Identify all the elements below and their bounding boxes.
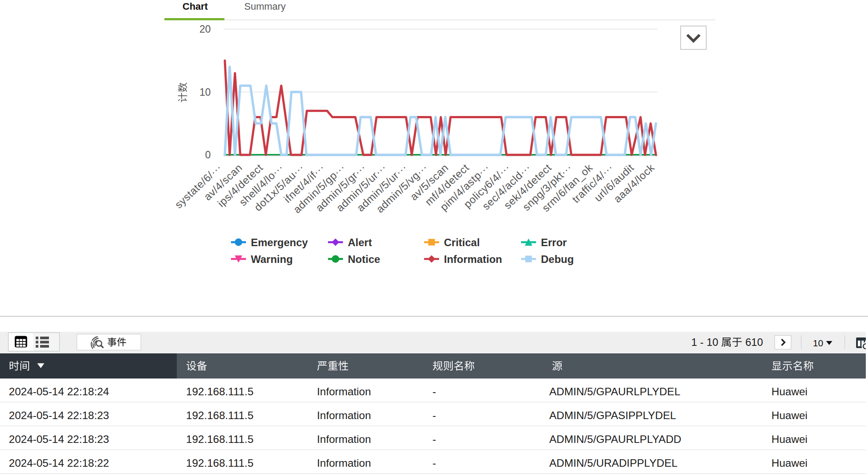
svg-text:0: 0 xyxy=(205,149,211,161)
svg-text:20: 20 xyxy=(199,23,211,35)
svg-text:10: 10 xyxy=(199,86,211,98)
